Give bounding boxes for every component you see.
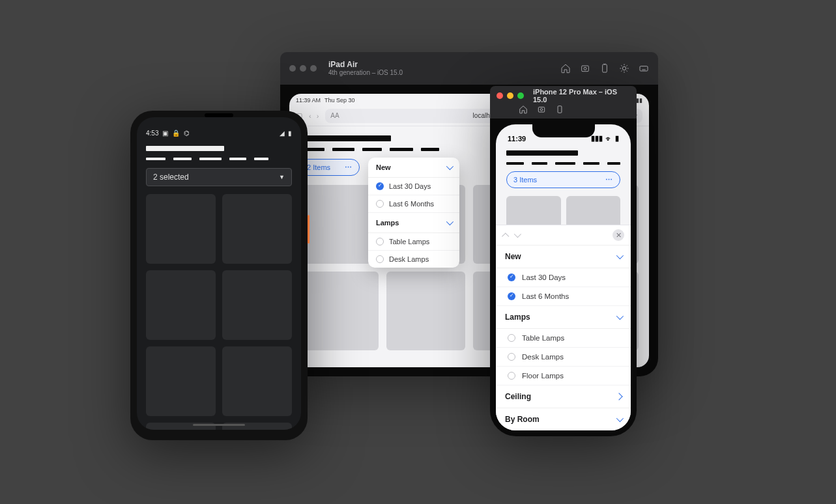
product-card[interactable] [222, 194, 292, 264]
svg-rect-4 [640, 66, 648, 71]
filter-option[interactable]: Last 6 Months [496, 287, 631, 306]
select-label: 2 selected [153, 173, 189, 182]
radio-icon [376, 238, 384, 245]
window-traffic-lights[interactable] [289, 65, 317, 72]
chevron-right-icon [616, 393, 622, 400]
status-time: 11:39 [508, 135, 526, 143]
signal-icon: ▮▮▮ [591, 134, 603, 143]
product-card[interactable] [222, 270, 292, 340]
home-icon[interactable] [519, 105, 528, 117]
items-filter-pill[interactable]: 2 Items ⋯ [300, 159, 360, 176]
reader-icon[interactable]: AA [330, 112, 339, 119]
items-count: 3 Items [513, 176, 537, 184]
chevron-down-icon [616, 253, 622, 260]
android-statusbar: 4:53 ▣ 🔒 ⌬ ◢ ▮ [137, 117, 301, 139]
android-device: 4:53 ▣ 🔒 ⌬ ◢ ▮ [130, 111, 308, 440]
radio-checked-icon [508, 273, 515, 281]
product-card[interactable] [146, 194, 216, 264]
iphone-simulator-window: iPhone 12 Pro Max – iOS 15.0 11:39 ▮▮▮ ᯤ… [490, 86, 637, 436]
back-icon[interactable]: ‹ [309, 112, 311, 120]
popover-section-lamps[interactable]: Lamps [368, 213, 459, 233]
ipad-sim-title: iPad Air [328, 61, 403, 69]
product-card[interactable] [146, 346, 216, 416]
product-card[interactable] [222, 346, 292, 416]
radio-icon [508, 372, 515, 380]
chevron-down-icon [616, 415, 622, 423]
sheet-section-byroom[interactable]: By Room [496, 408, 631, 430]
filter-option[interactable]: Last 30 Days [368, 178, 459, 195]
svg-point-1 [584, 67, 586, 70]
close-sheet-button[interactable]: ✕ [613, 229, 624, 241]
svg-point-6 [540, 109, 543, 111]
wifi-icon: ᯤ [605, 135, 613, 143]
product-card[interactable] [300, 185, 379, 264]
product-card[interactable] [146, 270, 216, 340]
chevron-down-icon[interactable] [514, 231, 519, 240]
radio-checked-icon [508, 292, 515, 300]
radio-icon [376, 200, 384, 208]
filter-select[interactable]: 2 selected ▼ [146, 168, 292, 186]
page-tabs[interactable] [506, 162, 620, 165]
filter-option[interactable]: Desk Lamps [368, 251, 459, 268]
battery-icon: ▮ [288, 130, 292, 137]
ipad-sim-subtitle: 4th generation – iOS 15.0 [328, 69, 403, 76]
svg-rect-5 [538, 107, 544, 113]
product-card[interactable] [300, 272, 379, 350]
page-tabs[interactable] [146, 158, 292, 160]
ipad-sim-titlebar[interactable]: iPad Air 4th generation – iOS 15.0 [280, 52, 658, 85]
sheet-section-ceiling[interactable]: Ceiling [496, 385, 631, 408]
page-title [506, 150, 578, 156]
home-indicator[interactable] [193, 424, 245, 426]
debug-icon: ⌬ [184, 130, 190, 137]
page-title [146, 146, 224, 151]
chevron-down-icon [446, 219, 452, 227]
iphone-sim-titlebar[interactable]: iPhone 12 Pro Max – iOS 15.0 [490, 86, 637, 119]
rotate-icon[interactable] [555, 105, 564, 117]
items-count: 2 Items [307, 163, 330, 171]
power-button [308, 215, 310, 244]
product-grid [146, 194, 292, 430]
sheet-section-new[interactable]: New [496, 245, 631, 268]
filter-option[interactable]: Floor Lamps [496, 367, 631, 385]
rotate-icon[interactable] [599, 63, 610, 74]
items-filter-pill[interactable]: 3 Items ⋯ [506, 171, 620, 188]
sheet-section-lamps[interactable]: Lamps [496, 306, 631, 329]
forward-icon[interactable]: › [317, 112, 319, 120]
window-traffic-lights[interactable] [497, 92, 524, 99]
battery-icon: ▮ [615, 134, 619, 143]
screenshot-icon[interactable] [580, 63, 590, 74]
status-date: Thu Sep 30 [324, 97, 355, 104]
page-title [300, 135, 391, 141]
popover-section-new[interactable]: New [368, 158, 459, 178]
dropdown-icon: ▼ [279, 174, 285, 180]
chevron-up-icon[interactable] [502, 231, 508, 240]
vpn-icon: ▣ [162, 130, 168, 137]
screenshot-icon[interactable] [537, 105, 546, 117]
iphone-screen: 11:39 ▮▮▮ ᯤ ▮ 3 Items [496, 124, 631, 430]
chevron-down-icon [616, 313, 622, 321]
status-time: 4:53 [146, 130, 158, 137]
filter-popover: New Last 30 Days Last 6 Months [368, 158, 459, 268]
product-card[interactable] [386, 272, 465, 350]
svg-rect-2 [603, 64, 607, 72]
filter-option[interactable]: Last 6 Months [368, 195, 459, 213]
filter-option[interactable]: Table Lamps [368, 233, 459, 251]
brightness-icon[interactable] [619, 63, 629, 74]
status-time: 11:39 AM [296, 97, 321, 104]
signal-icon: ◢ [280, 130, 285, 137]
svg-point-3 [622, 66, 626, 70]
more-icon: ⋯ [605, 176, 613, 184]
radio-checked-icon [376, 182, 384, 190]
more-icon: ⋯ [345, 163, 353, 172]
radio-icon [376, 255, 384, 263]
radio-icon [508, 334, 515, 342]
android-screen: 4:53 ▣ 🔒 ⌬ ◢ ▮ [137, 117, 301, 430]
filter-option[interactable]: Table Lamps [496, 329, 631, 348]
keyboard-icon[interactable] [639, 63, 649, 74]
svg-rect-7 [558, 106, 562, 113]
filter-option[interactable]: Last 30 Days [496, 268, 631, 287]
filter-sheet: ✕ New Last 30 Days Last 6 Months [496, 225, 631, 430]
home-icon[interactable] [560, 63, 571, 74]
filter-option[interactable]: Desk Lamps [496, 348, 631, 367]
svg-rect-0 [582, 66, 589, 72]
